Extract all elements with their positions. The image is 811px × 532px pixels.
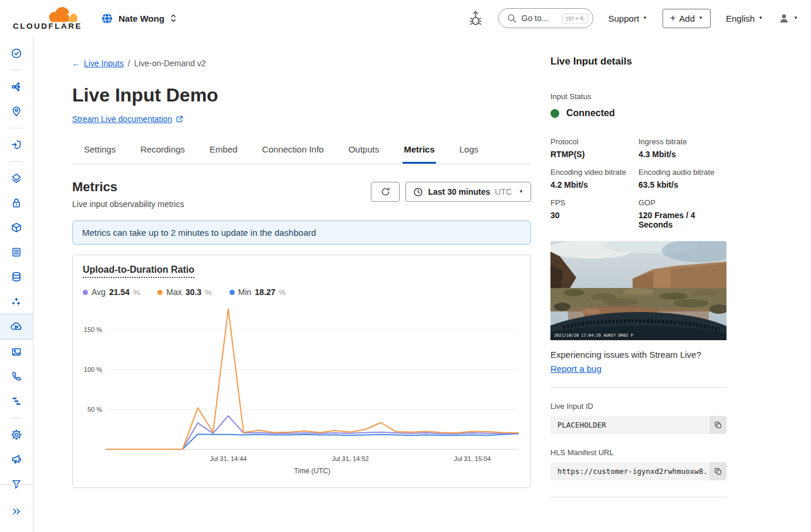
- time-range-value: Last 30 minutes: [428, 187, 490, 196]
- chart-title[interactable]: Upload-to-Duration Ratio: [83, 265, 194, 278]
- metrics-subheading: Live input observability metrics: [72, 199, 184, 209]
- copy-hls-url-button[interactable]: [709, 462, 726, 480]
- status-connected-dot: [550, 109, 559, 118]
- account-switcher[interactable]: Nate Wong: [101, 12, 177, 25]
- breadcrumb-back-link[interactable]: ← Live Inputs: [72, 59, 124, 68]
- hls-manifest-label: HLS Manifest URL: [550, 448, 726, 457]
- tab-recordings[interactable]: Recordings: [139, 140, 186, 164]
- live-input-details-panel: Live Input details Input Status Connecte…: [550, 36, 726, 497]
- cloudflare-logo[interactable]: CLOUDFLARE: [13, 5, 76, 32]
- app-sidebar: [0, 36, 33, 532]
- field-audio-bitrate: Encoding audio bitrate 63.5 kbit/s: [638, 168, 726, 189]
- documentation-link[interactable]: Stream Live documentation: [72, 114, 184, 124]
- field-label: Encoding audio bitrate: [638, 168, 726, 177]
- legend-dot-max: [157, 290, 163, 295]
- tab-outputs[interactable]: Outputs: [347, 140, 381, 164]
- live-input-id-box: PLACEHOLDER: [550, 416, 726, 434]
- sidebar-item-ai[interactable]: [0, 289, 33, 314]
- hls-manifest-box: https://customer-igynxd2rwhmuoxw8.cloudf: [550, 462, 726, 480]
- search-shortcut-badge: ctrl + K: [562, 13, 587, 23]
- sidebar-item-ssl[interactable]: [0, 191, 33, 215]
- tab-settings[interactable]: Settings: [83, 140, 117, 164]
- phone-icon: [11, 371, 22, 382]
- field-value: 63.5 kbit/s: [638, 180, 726, 189]
- breadcrumb-current: Live-on-Demand v2: [134, 59, 206, 68]
- video-timestamp-overlay: 2021/10/20 17:04:29 AUKEY DR02 P: [554, 333, 633, 338]
- sidebar-item-workers[interactable]: [0, 215, 33, 240]
- tab-connection-info[interactable]: Connection Info: [261, 140, 325, 164]
- server-rack-icon: [11, 246, 22, 258]
- legend-item-min[interactable]: Min 18.27 %: [229, 287, 286, 297]
- sidebar-item-settings[interactable]: [0, 422, 33, 447]
- legend-item-max[interactable]: Max 30.3 %: [157, 287, 211, 297]
- documentation-link-label: Stream Live documentation: [72, 114, 172, 124]
- sidebar-item-notifications[interactable]: [0, 447, 33, 472]
- sidebar-item-locations[interactable]: [0, 99, 33, 124]
- legend-value: 21.54: [109, 287, 130, 297]
- tab-metrics[interactable]: Metrics: [403, 140, 436, 164]
- sidebar-divider: [10, 70, 23, 70]
- live-video-preview: 2021/10/20 17:04:29 AUKEY DR02 P: [550, 241, 726, 340]
- plus-icon: +: [670, 13, 675, 23]
- field-value: 4.3 Mbit/s: [638, 150, 726, 159]
- sidebar-item-network[interactable]: [0, 74, 33, 99]
- field-value: RTMP(S): [550, 150, 638, 159]
- sidebar-item-storage[interactable]: [0, 240, 33, 265]
- chevron-down-icon: ▼: [643, 16, 647, 21]
- tab-logs[interactable]: Logs: [458, 140, 480, 164]
- svg-text:Jul 31, 14:44: Jul 31, 14:44: [210, 455, 247, 462]
- sidebar-item-time-travel[interactable]: [0, 41, 33, 66]
- support-menu[interactable]: Support ▼: [609, 13, 647, 23]
- global-search-input[interactable]: Go to... ctrl + K: [498, 8, 593, 28]
- images-icon: [11, 346, 22, 358]
- sidebar-item-calls[interactable]: [0, 364, 33, 389]
- add-button[interactable]: + Add ▼: [663, 9, 711, 28]
- metrics-info-banner: Metrics can take up to 2 minutes to upda…: [72, 221, 531, 245]
- breadcrumb-separator: /: [128, 59, 130, 68]
- legend-unit: %: [279, 288, 286, 297]
- time-zone-value: UTC: [495, 187, 512, 196]
- ai-sparkles-icon: [11, 296, 22, 307]
- support-label: Support: [609, 13, 640, 23]
- metrics-heading: Metrics: [72, 179, 184, 195]
- issues-text: Experiencing issues with Stream Live?: [550, 350, 726, 360]
- svg-text:150 %: 150 %: [84, 326, 102, 333]
- time-range-dropdown[interactable]: Last 30 minutes UTC ▼: [406, 182, 531, 202]
- svg-text:Time (UTC): Time (UTC): [294, 467, 330, 475]
- gear-icon: [11, 429, 22, 440]
- legend-dot-min: [229, 290, 235, 295]
- sidebar-expand-button[interactable]: [0, 499, 33, 524]
- refresh-button[interactable]: [371, 182, 400, 202]
- sidebar-footer: [0, 484, 33, 532]
- sidebar-item-stream[interactable]: [0, 314, 33, 340]
- chart-legend: Avg 21.54 % Max 30.3 % Min 18.27 %: [83, 287, 521, 297]
- legend-name: Avg: [92, 287, 106, 297]
- copy-input-id-button[interactable]: [709, 416, 726, 434]
- tab-embed[interactable]: Embed: [208, 140, 239, 164]
- field-value: 4.2 Mbit/s: [550, 180, 638, 189]
- chevron-down-icon: ▼: [758, 16, 763, 21]
- legend-item-avg[interactable]: Avg 21.54 %: [83, 287, 140, 297]
- sidebar-item-speed[interactable]: [0, 166, 33, 191]
- language-menu[interactable]: English ▼: [726, 13, 763, 23]
- expand-chevrons-icon: [11, 506, 22, 517]
- report-bug-link[interactable]: Report a bug: [550, 364, 602, 374]
- details-heading: Live Input details: [550, 56, 726, 67]
- refresh-icon: [380, 187, 391, 197]
- sidebar-item-security[interactable]: [0, 133, 33, 157]
- field-fps: FPS 30: [550, 198, 638, 229]
- sidebar-item-analytics[interactable]: [0, 389, 33, 414]
- layers-icon: [11, 172, 22, 184]
- sidebar-item-images[interactable]: [0, 340, 33, 364]
- bug-report-icon[interactable]: [468, 11, 483, 26]
- svg-text:Jul 31, 15:04: Jul 31, 15:04: [454, 455, 491, 462]
- database-icon: [11, 271, 22, 283]
- search-placeholder: Go to...: [522, 13, 558, 23]
- user-menu[interactable]: ▼: [778, 12, 798, 24]
- copy-icon: [714, 467, 722, 476]
- chevron-down-icon: ▼: [519, 189, 523, 194]
- sidebar-item-database[interactable]: [0, 265, 33, 289]
- globe-icon: [101, 12, 113, 25]
- cloudflare-wordmark: CLOUDFLARE: [13, 22, 82, 31]
- svg-text:Jul 31, 14:52: Jul 31, 14:52: [332, 455, 369, 462]
